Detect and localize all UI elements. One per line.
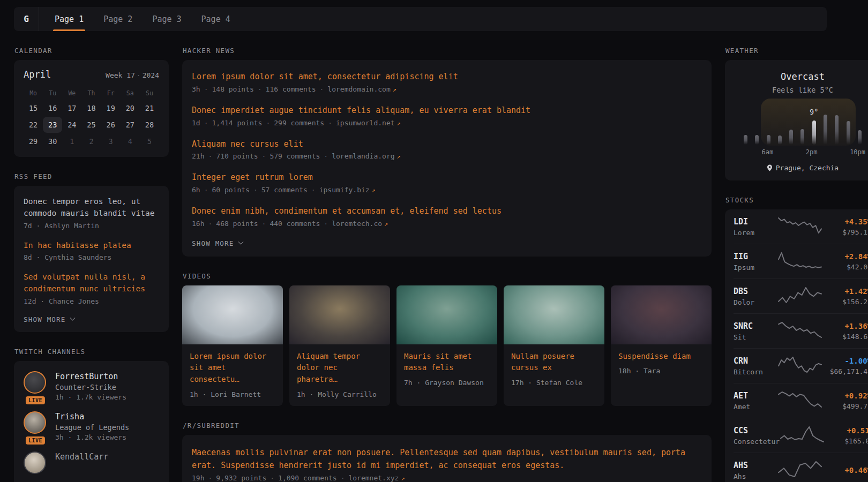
calendar-day[interactable]: 5: [140, 133, 159, 149]
hacker-news-item: Donec enim nibh, condimentum et accumsan…: [192, 206, 702, 228]
twitch-viewers-meta: 1h · 1.7k viewers: [55, 393, 126, 401]
stock-name: Lorem: [734, 229, 777, 237]
stock-id: LDILorem: [734, 216, 777, 237]
hacker-news-item-title[interactable]: Lorem ipsum dolor sit amet, consectetur …: [192, 71, 702, 83]
video-card[interactable]: Mauris sit amet massa felis7h · Grayson …: [396, 285, 497, 406]
rss-item: Donec tempor eros leo, ut commodo mauris…: [24, 196, 159, 230]
rss-item-title[interactable]: Donec tempor eros leo, ut commodo mauris…: [24, 196, 159, 220]
twitch-channel-info: KendallCarr: [55, 451, 108, 474]
hacker-news-section-label: HACKER NEWS: [183, 47, 712, 55]
stock-row[interactable]: LDILorem+4.35%$795.18: [734, 209, 868, 244]
calendar-widget: April Week 17·2024 MoTuWeThFrSaSu 151617…: [14, 60, 169, 157]
weekday-label: Tu: [43, 86, 62, 100]
stocks-section: STOCKS LDILorem+4.35%$795.18IIGIpsum+2.8…: [725, 196, 868, 482]
app-logo[interactable]: G: [14, 7, 39, 31]
twitch-channel-row[interactable]: KendallCarr: [24, 451, 159, 474]
calendar-day[interactable]: 20: [121, 100, 140, 116]
twitch-viewers-meta: 3h · 1.2k viewers: [55, 433, 129, 441]
subreddit-post-title[interactable]: Maecenas mollis pulvinar erat non posuer…: [192, 446, 702, 472]
hacker-news-item-domain-link[interactable]: ipsumworld.net↗: [336, 119, 401, 127]
calendar-day[interactable]: 15: [24, 100, 43, 116]
calendar-day[interactable]: 30: [43, 133, 62, 149]
tab-page-2[interactable]: Page 2: [103, 7, 132, 31]
hacker-news-item-domain-link[interactable]: loremlandia.org↗: [332, 152, 401, 160]
video-card[interactable]: Lorem ipsum dolor sit amet consectetu…1h…: [182, 285, 283, 406]
stock-row[interactable]: CRNBitcorn-1.00%$66,171.48: [734, 348, 868, 383]
weather-bar-cell: [854, 102, 865, 145]
stock-values: +1.36%$148.64: [822, 322, 868, 341]
calendar-day[interactable]: 25: [81, 117, 101, 133]
calendar-week-year: Week 17·2024: [106, 71, 159, 79]
hacker-news-item-title[interactable]: Donec imperdiet augue tincidunt felis al…: [192, 105, 702, 117]
video-author-meta: 17h · Stefan Cole: [511, 379, 597, 387]
hacker-news-item-domain-link[interactable]: ipsumify.biz↗: [319, 186, 376, 194]
hacker-news-item-title[interactable]: Donec enim nibh, condimentum et accumsan…: [192, 206, 702, 217]
calendar-day[interactable]: 26: [101, 117, 121, 133]
hacker-news-item-title[interactable]: Aliquam nec cursus elit: [192, 139, 702, 150]
stock-row[interactable]: DBSDolor+1.42%$156.28: [734, 278, 868, 313]
show-more-button[interactable]: SHOW MORE: [24, 315, 159, 323]
stock-row[interactable]: IIGIpsum+2.84%$42.04: [734, 244, 868, 278]
rss-item: In hac habitasse platea8d · Cynthia Saun…: [24, 240, 159, 262]
calendar-day[interactable]: 2: [81, 133, 101, 149]
twitch-channel-row[interactable]: LIVEForrestBurtonCounter-Strike1h · 1.7k…: [24, 371, 159, 401]
stock-chart-cell: [777, 216, 822, 237]
separator-dot: ·: [204, 186, 208, 194]
video-card[interactable]: Aliquam tempor dolor nec pharetra…1h · M…: [289, 285, 390, 406]
subreddit-post-domain-link[interactable]: loremnet.xyz↗: [348, 474, 405, 482]
calendar-day[interactable]: 28: [140, 117, 159, 133]
calendar-day[interactable]: 18: [81, 100, 101, 116]
show-more-button[interactable]: SHOW MORE: [192, 239, 702, 247]
video-card[interactable]: Suspendisse diam18h · Tara: [611, 285, 712, 406]
separator-dot: ·: [258, 85, 262, 93]
stock-price: $165.84: [825, 437, 868, 445]
calendar-day[interactable]: 17: [62, 100, 81, 116]
calendar-day[interactable]: 1: [62, 133, 81, 149]
rss-item-meta-text: 7d · Ashlyn Martin: [24, 222, 99, 230]
stock-chart-cell: [780, 425, 825, 446]
hacker-news-item-domain-link[interactable]: loremtech.co↗: [332, 220, 388, 228]
calendar-day[interactable]: 19: [101, 100, 121, 116]
calendar-day[interactable]: 24: [62, 117, 81, 133]
stock-values: +2.84%$42.04: [822, 252, 868, 271]
calendar-day[interactable]: 29: [24, 133, 43, 149]
video-card[interactable]: Nullam posuere cursus ex17h · Stefan Col…: [504, 285, 604, 406]
calendar-day[interactable]: 3: [101, 133, 121, 149]
time-ago: 19h: [192, 474, 204, 482]
rss-item-title[interactable]: In hac habitasse platea: [24, 240, 159, 252]
separator-dot: ·: [208, 152, 212, 160]
stock-row[interactable]: AETAmet+0.92%$499.72: [734, 383, 868, 418]
rss-section: RSS FEED Donec tempor eros leo, ut commo…: [14, 172, 169, 332]
calendar-day[interactable]: 4: [121, 133, 140, 149]
weekday-label: Fr: [101, 86, 121, 100]
stock-values: -1.00%$66,171.48: [822, 357, 868, 375]
comments-count: 1,090 comments: [278, 474, 337, 482]
twitch-widget: LIVEForrestBurtonCounter-Strike1h · 1.7k…: [14, 361, 169, 482]
time-ago: 16h: [192, 220, 204, 228]
stock-row[interactable]: CCSConsectetur+0.51%$165.84: [734, 418, 868, 453]
video-author-meta: 18h · Tara: [618, 367, 704, 375]
weather-bar: [778, 135, 782, 145]
weather-location-row: Prague, Czechia: [734, 164, 868, 172]
rss-item-title[interactable]: Sed volutpat nulla nisl, a condimentum n…: [24, 272, 159, 295]
weather-time-label: [740, 148, 751, 156]
calendar-day-selected[interactable]: 23: [43, 117, 62, 133]
stock-row[interactable]: AHSAhs+0.46%: [734, 453, 868, 482]
hacker-news-item-domain-link[interactable]: loremdomain.com↗: [327, 85, 396, 93]
calendar-day[interactable]: 22: [24, 117, 43, 133]
tab-page-4[interactable]: Page 4: [201, 7, 230, 31]
calendar-day[interactable]: 21: [140, 100, 159, 116]
hacker-news-item-title[interactable]: Integer eget rutrum lorem: [192, 172, 702, 184]
rss-section-label: RSS FEED: [14, 172, 169, 180]
weather-bar: [744, 135, 747, 145]
stock-values: +4.35%$795.18: [822, 217, 868, 236]
page-tabs: Page 1Page 2Page 3Page 4: [39, 7, 230, 31]
stock-row[interactable]: SNRCSit+1.36%$148.64: [734, 313, 868, 348]
tab-page-1[interactable]: Page 1: [55, 7, 84, 31]
stock-symbol: CRN: [734, 356, 748, 366]
twitch-channel-row[interactable]: LIVETrishaLeague of Legends3h · 1.2k vie…: [24, 411, 159, 441]
tab-page-3[interactable]: Page 3: [152, 7, 181, 31]
weather-feels-like: Feels like 5°C: [734, 86, 868, 94]
calendar-day[interactable]: 16: [43, 100, 62, 116]
calendar-day[interactable]: 27: [121, 117, 140, 133]
